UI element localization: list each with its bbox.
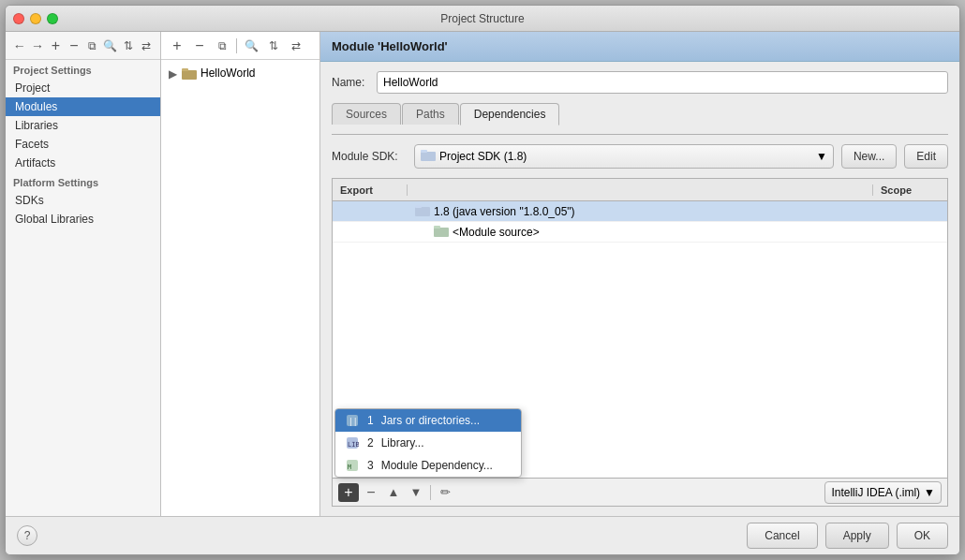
dep-toolbar-divider xyxy=(430,485,431,500)
tab-sources[interactable]: Sources xyxy=(332,103,401,125)
format-dropdown-icon: ▼ xyxy=(924,486,935,499)
window-controls xyxy=(13,13,58,24)
name-label: Name: xyxy=(332,76,369,89)
dropdown-item-3-number: 3 xyxy=(367,459,374,472)
dropdown-item-library[interactable]: LIB 2 Library... xyxy=(335,432,521,454)
sidebar-toolbar: ← → + − ⧉ 🔍 ⇅ ⇄ xyxy=(6,32,160,60)
module-folder-icon xyxy=(182,66,197,80)
col-scope-header: Scope xyxy=(872,184,947,196)
edit-sdk-button[interactable]: Edit xyxy=(904,144,948,169)
dropdown-item-module-dep[interactable]: M 3 Module Dependency... xyxy=(335,454,521,477)
tab-dependencies[interactable]: Dependencies xyxy=(460,103,560,125)
minimize-button[interactable] xyxy=(30,13,41,24)
module-name-label: HelloWorld xyxy=(200,66,255,80)
title-bar: Project Structure xyxy=(6,6,959,32)
svg-rect-2 xyxy=(421,152,436,161)
close-button[interactable] xyxy=(13,13,24,24)
copy-module-button[interactable]: ⧉ xyxy=(212,36,232,56)
sort-tree-button[interactable]: ⇄ xyxy=(286,36,306,56)
new-sdk-button[interactable]: New... xyxy=(841,144,897,169)
window-title: Project Structure xyxy=(440,12,524,25)
sort-button[interactable]: ⇄ xyxy=(139,36,155,56)
module-header: Module 'HelloWorld' xyxy=(320,32,959,62)
dep-cell-name-0: 1.8 (java version "1.8.0_05") xyxy=(408,204,872,219)
sdk-select[interactable]: Project SDK (1.8) ▼ xyxy=(414,144,834,169)
dropdown-item-2-number: 2 xyxy=(367,436,374,449)
module-tree: ▶ HelloWorld xyxy=(161,60,319,516)
remove-module-button[interactable]: − xyxy=(189,36,210,56)
sidebar-item-facets[interactable]: Facets xyxy=(6,135,160,154)
module-source-icon xyxy=(434,225,449,240)
sdk-row: Module SDK: Project SDK (1.8) ▼ xyxy=(332,134,948,169)
move-up-button[interactable]: ▲ xyxy=(383,483,404,502)
project-settings-header: Project Settings xyxy=(6,60,160,79)
sidebar-item-global-libraries[interactable]: Global Libraries xyxy=(6,210,160,228)
svg-text:M: M xyxy=(348,464,351,471)
module-panel: + − ⧉ 🔍 ⇅ ⇄ ▶ HelloWorld xyxy=(161,32,320,516)
footer-left: ? xyxy=(17,525,37,546)
ok-button[interactable]: OK xyxy=(897,523,948,549)
module-dep-icon: M xyxy=(345,459,360,472)
sidebar-item-libraries[interactable]: Libraries xyxy=(6,116,160,135)
dropdown-item-2-label: Library... xyxy=(381,436,424,449)
platform-settings-header: Platform Settings xyxy=(6,172,160,191)
dep-cell-name-1: <Module source> xyxy=(408,225,872,240)
library-icon: LIB xyxy=(345,436,360,449)
expand-button[interactable]: ⇅ xyxy=(120,36,136,56)
nav-back-button[interactable]: ← xyxy=(11,36,27,56)
maximize-button[interactable] xyxy=(47,13,58,24)
svg-rect-5 xyxy=(415,205,422,208)
remove-item-button[interactable]: − xyxy=(66,36,82,56)
svg-rect-1 xyxy=(182,68,188,71)
module-tree-item-helloworld[interactable]: ▶ HelloWorld xyxy=(161,64,319,82)
dropdown-item-3-label: Module Dependency... xyxy=(381,459,493,472)
dep-toolbar: + − ▲ ▼ ✏ IntelliJ IDEA (.iml) ▼ xyxy=(333,478,947,506)
edit-dep-button[interactable]: ✏ xyxy=(435,483,455,502)
name-input[interactable] xyxy=(377,71,948,94)
cancel-button[interactable]: Cancel xyxy=(747,523,817,549)
apply-button[interactable]: Apply xyxy=(825,523,889,549)
add-dep-button[interactable]: + xyxy=(338,483,359,502)
sidebar-item-modules[interactable]: Modules xyxy=(6,97,160,116)
search-module-button[interactable]: 🔍 xyxy=(241,36,261,56)
remove-dep-button[interactable]: − xyxy=(361,483,381,502)
help-button[interactable]: ? xyxy=(17,525,37,546)
table-row[interactable]: <Module source> xyxy=(333,222,947,243)
svg-rect-0 xyxy=(182,70,197,80)
table-row[interactable]: 1.8 (java version "1.8.0_05") xyxy=(333,201,947,222)
copy-item-button[interactable]: ⧉ xyxy=(84,36,100,56)
sidebar: ← → + − ⧉ 🔍 ⇅ ⇄ Project Settings Project… xyxy=(6,32,161,516)
dropdown-item-jars[interactable]: || 1 Jars or directories... xyxy=(335,409,521,432)
footer: ? Cancel Apply OK xyxy=(6,516,959,554)
svg-rect-4 xyxy=(415,207,430,216)
expand-tree-button[interactable]: ⇅ xyxy=(263,36,284,56)
sdk-row-icon xyxy=(415,204,430,219)
nav-forward-button[interactable]: → xyxy=(29,36,45,56)
sidebar-item-sdks[interactable]: SDKs xyxy=(6,191,160,210)
svg-text:||: || xyxy=(349,418,358,426)
sidebar-item-project[interactable]: Project xyxy=(6,79,160,97)
add-module-button[interactable]: + xyxy=(167,36,187,56)
add-item-button[interactable]: + xyxy=(48,36,64,56)
content-area: ← → + − ⧉ 🔍 ⇅ ⇄ Project Settings Project… xyxy=(6,32,959,516)
toolbar-divider xyxy=(236,38,237,53)
main-panel: Module 'HelloWorld' Name: Sources Paths xyxy=(320,32,959,516)
sdk-folder-icon xyxy=(421,149,436,164)
search-button[interactable]: 🔍 xyxy=(102,36,118,56)
svg-rect-6 xyxy=(434,228,449,237)
module-body: Name: Sources Paths Dependencies xyxy=(320,62,959,516)
dep-table-header: Export Scope xyxy=(333,179,947,201)
move-down-button[interactable]: ▼ xyxy=(406,483,426,502)
format-select[interactable]: IntelliJ IDEA (.iml) ▼ xyxy=(824,481,942,504)
sidebar-item-artifacts[interactable]: Artifacts xyxy=(6,154,160,172)
svg-rect-7 xyxy=(434,226,440,228)
dropdown-item-1-number: 1 xyxy=(367,414,374,427)
svg-rect-3 xyxy=(421,150,427,153)
main-window: Project Structure ← → + − ⧉ 🔍 ⇅ ⇄ Projec… xyxy=(5,5,960,555)
dependency-table: Export Scope xyxy=(332,178,948,507)
dropdown-menu: || 1 Jars or directories... xyxy=(334,408,522,478)
col-export-header: Export xyxy=(333,184,408,196)
jars-icon: || xyxy=(345,414,360,427)
tab-paths[interactable]: Paths xyxy=(402,103,459,125)
name-row: Name: xyxy=(332,71,948,94)
